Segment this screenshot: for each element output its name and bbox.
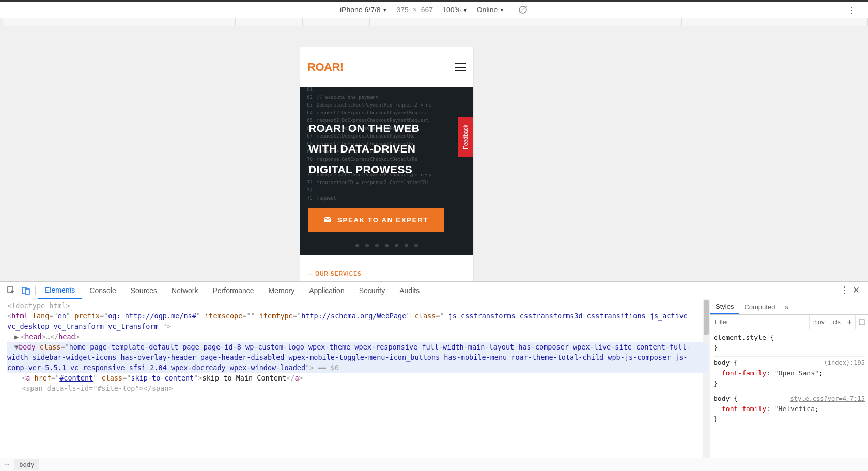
tab-security[interactable]: Security bbox=[352, 282, 393, 299]
tab-application[interactable]: Application bbox=[302, 282, 352, 299]
styles-filter-input[interactable] bbox=[710, 315, 809, 329]
styles-tab-styles[interactable]: Styles bbox=[710, 299, 739, 314]
tab-performance[interactable]: Performance bbox=[205, 282, 261, 299]
devtools-tabs: ElementsConsoleSourcesNetworkPerformance… bbox=[0, 282, 868, 299]
tab-audits[interactable]: Audits bbox=[392, 282, 427, 299]
devtools-menu-icon[interactable] bbox=[840, 286, 848, 295]
tab-sources[interactable]: Sources bbox=[123, 282, 164, 299]
svg-rect-5 bbox=[25, 289, 29, 294]
elements-scrollbar[interactable] bbox=[703, 299, 710, 458]
envelope-icon bbox=[324, 217, 331, 222]
hero-title: ROAR! ON THE WEB WITH DATA-DRIVEN DIGITA… bbox=[308, 118, 465, 180]
hero-section: 6162// execute the payment63DoExpressChe… bbox=[300, 87, 473, 255]
styles-chip-2[interactable]: + bbox=[844, 315, 855, 329]
feedback-tab[interactable]: Feedback bbox=[458, 117, 473, 157]
elements-tree[interactable]: <!doctype html> <html lang="en" prefix="… bbox=[0, 299, 710, 458]
throttle-selector[interactable]: Online ▼ bbox=[477, 6, 504, 14]
hamburger-menu-icon[interactable] bbox=[455, 63, 466, 71]
tab-console[interactable]: Console bbox=[82, 282, 123, 299]
svg-rect-6 bbox=[859, 320, 864, 325]
styles-tabs: StylesComputed» bbox=[710, 299, 868, 315]
viewport-height[interactable]: 667 bbox=[421, 6, 433, 14]
styles-more-chip-icon[interactable] bbox=[855, 315, 868, 329]
rotate-icon[interactable] bbox=[518, 5, 528, 15]
ruler bbox=[0, 18, 868, 26]
close-devtools-icon[interactable]: ✕ bbox=[848, 285, 864, 296]
tab-elements[interactable]: Elements bbox=[38, 282, 82, 299]
device-selector[interactable]: iPhone 6/7/8 ▼ bbox=[340, 6, 387, 14]
inspect-icon[interactable] bbox=[4, 286, 19, 295]
styles-more-icon[interactable]: » bbox=[780, 302, 793, 311]
zoom-selector[interactable]: 100% ▼ bbox=[442, 6, 468, 14]
viewport-width[interactable]: 375 bbox=[396, 6, 408, 14]
device-toolbar: iPhone 6/7/8 ▼ 375 × 667 100% ▼ Online ▼ bbox=[0, 0, 868, 18]
styles-rules[interactable]: element.style {}(index):195body {font-fa… bbox=[710, 329, 868, 458]
cta-button[interactable]: SPEAK TO AN EXPERT bbox=[308, 208, 444, 232]
tab-memory[interactable]: Memory bbox=[261, 282, 302, 299]
viewport-canvas: ROAR! 6162// execute the payment63DoExpr… bbox=[0, 26, 868, 281]
device-toolbar-menu-icon[interactable] bbox=[847, 6, 856, 15]
mobile-frame: ROAR! 6162// execute the payment63DoExpr… bbox=[300, 47, 473, 281]
site-logo[interactable]: ROAR! bbox=[307, 60, 344, 74]
styles-filter-bar: :hov.cls+ bbox=[710, 315, 868, 329]
styles-chip-0[interactable]: :hov bbox=[809, 315, 828, 329]
carousel-dots[interactable] bbox=[300, 244, 473, 247]
elements-breadcrumb[interactable]: ⋯ body bbox=[0, 458, 868, 471]
site-header: ROAR! bbox=[300, 47, 473, 87]
section-label: — OUR SERVICES bbox=[300, 255, 473, 281]
styles-tab-computed[interactable]: Computed bbox=[739, 299, 780, 314]
styles-pane: StylesComputed» :hov.cls+ element.style … bbox=[710, 299, 868, 458]
styles-chip-1[interactable]: .cls bbox=[828, 315, 844, 329]
devtools-panel: ElementsConsoleSourcesNetworkPerformance… bbox=[0, 281, 868, 471]
device-mode-icon[interactable] bbox=[19, 286, 33, 295]
tab-network[interactable]: Network bbox=[164, 282, 205, 299]
